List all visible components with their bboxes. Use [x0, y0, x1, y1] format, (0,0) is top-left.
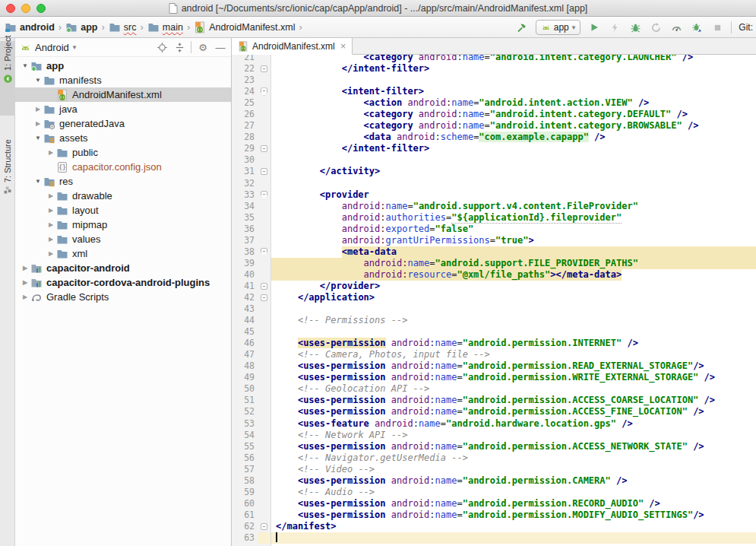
- close-icon[interactable]: ×: [340, 40, 346, 52]
- tree-item-androidmanifest-xml[interactable]: AndroidManifest.xml: [15, 87, 231, 102]
- code-line-59[interactable]: 59 <!-- Audio -->: [232, 487, 756, 498]
- code-line-58[interactable]: 58 <uses-permission android:name="androi…: [232, 475, 756, 487]
- git-widget[interactable]: Git:: [739, 22, 753, 33]
- code-line-63[interactable]: 63: [232, 532, 756, 544]
- breadcrumb-item-src[interactable]: src: [109, 21, 137, 33]
- locate-icon[interactable]: [156, 41, 168, 53]
- code-line-23[interactable]: 23: [232, 75, 756, 86]
- expand-arrow-icon[interactable]: ▶: [20, 279, 30, 286]
- tree-item-capacitor-android[interactable]: ▶capacitor-android: [15, 261, 231, 275]
- tab-androidmanifest[interactable]: AndroidManifest.xml ×: [232, 38, 353, 55]
- code-line-39[interactable]: 39 android:name="android.support.FILE_PR…: [232, 258, 756, 269]
- code-line-25[interactable]: 25 <action android:name="android.intent.…: [232, 97, 756, 109]
- expand-arrow-icon[interactable]: ▼: [33, 135, 43, 141]
- breadcrumb-item-main[interactable]: main: [147, 21, 183, 33]
- attach-debugger-icon[interactable]: [690, 21, 704, 34]
- run-configuration-select[interactable]: app ▾: [536, 20, 581, 35]
- project-view-selector[interactable]: Android: [35, 42, 69, 53]
- code-line-40[interactable]: 40 android:resource="@xml/file_paths"></…: [232, 269, 756, 281]
- code-line-34[interactable]: 34 android:name="android.support.v4.cont…: [232, 201, 756, 212]
- code-line-49[interactable]: 49 <uses-permission android:name="androi…: [232, 372, 756, 383]
- coverage-icon[interactable]: [649, 21, 663, 34]
- tree-item-res[interactable]: ▼res: [15, 174, 231, 189]
- code-line-28[interactable]: 28 <data android:scheme="com.example.cap…: [232, 132, 756, 143]
- expand-arrow-icon[interactable]: ▼: [20, 62, 30, 69]
- fold-marker-icon[interactable]: [258, 143, 271, 154]
- tree-item-public[interactable]: ▶public: [15, 145, 231, 160]
- close-window-icon[interactable]: [6, 4, 15, 13]
- code-editor[interactable]: 21 <category android:name="android.inten…: [232, 55, 756, 546]
- code-line-36[interactable]: 36 android:exported="false": [232, 224, 756, 235]
- hide-icon[interactable]: —: [214, 41, 226, 53]
- tree-item-capacitor-config-json[interactable]: {}capacitor.config.json: [15, 160, 231, 174]
- tree-item-mipmap[interactable]: ▶mipmap: [15, 217, 231, 232]
- tree-item-values[interactable]: ▶values: [15, 232, 231, 246]
- tree-item-drawable[interactable]: ▶drawable: [15, 189, 231, 203]
- fold-marker-icon[interactable]: [258, 521, 271, 532]
- tool-window-button-7-structure[interactable]: 7: Structure: [0, 152, 15, 227]
- tree-item-generatedjava[interactable]: ▶generatedJava: [15, 116, 231, 131]
- breadcrumb-item-app[interactable]: app: [65, 21, 97, 33]
- settings-gear-icon[interactable]: ⚙: [197, 41, 209, 53]
- expand-arrow-icon[interactable]: ▶: [46, 250, 56, 257]
- tree-item-gradle-scripts[interactable]: ▶Gradle Scripts: [15, 290, 231, 304]
- code-line-27[interactable]: 27 <category android:name="android.inten…: [232, 120, 756, 132]
- code-line-50[interactable]: 50 <!-- Geolocation API -->: [232, 383, 756, 395]
- code-line-60[interactable]: 60 <uses-permission android:name="androi…: [232, 498, 756, 509]
- breadcrumb-item-androidmanifest-xml[interactable]: AndroidManifest.xml: [194, 21, 295, 33]
- code-line-24[interactable]: 24 <intent-filter>: [232, 86, 756, 97]
- expand-arrow-icon[interactable]: ▶: [46, 221, 56, 228]
- build-hammer-icon[interactable]: [515, 21, 529, 34]
- tree-item-xml[interactable]: ▶xml: [15, 246, 231, 261]
- code-line-32[interactable]: 32: [232, 178, 756, 189]
- tree-item-capacitor-cordova-android-plugins[interactable]: ▶capacitor-cordova-android-plugins: [15, 275, 231, 290]
- code-line-30[interactable]: 30: [232, 154, 756, 166]
- expand-arrow-icon[interactable]: ▶: [46, 192, 56, 199]
- code-line-22[interactable]: 22 </intent-filter>: [232, 63, 756, 75]
- profiler-icon[interactable]: [669, 21, 683, 34]
- code-line-53[interactable]: 53 <uses-feature android:name="android.h…: [232, 418, 756, 430]
- tree-item-assets[interactable]: ▼assets: [15, 131, 231, 145]
- code-line-62[interactable]: 62</manifest>: [232, 521, 756, 532]
- fold-marker-icon[interactable]: [258, 63, 271, 75]
- expand-arrow-icon[interactable]: ▶: [46, 149, 56, 156]
- collapse-all-icon[interactable]: [173, 41, 185, 53]
- code-line-37[interactable]: 37 android:grantUriPermissions="true">: [232, 235, 756, 246]
- fold-marker-icon[interactable]: [258, 166, 271, 177]
- code-line-46[interactable]: 46 <uses-permission android:name="androi…: [232, 338, 756, 349]
- fold-marker-icon[interactable]: [258, 246, 271, 258]
- tree-item-java[interactable]: ▶java: [15, 102, 231, 116]
- code-line-35[interactable]: 35 android:authorities="${applicationId}…: [232, 212, 756, 224]
- fold-marker-icon[interactable]: [258, 292, 271, 303]
- fold-marker-icon[interactable]: [258, 281, 271, 292]
- code-line-43[interactable]: 43: [232, 303, 756, 315]
- tree-item-layout[interactable]: ▶layout: [15, 203, 231, 217]
- zoom-window-icon[interactable]: [36, 4, 46, 13]
- expand-arrow-icon[interactable]: ▶: [46, 236, 56, 243]
- stop-icon[interactable]: [710, 21, 724, 34]
- expand-arrow-icon[interactable]: ▶: [20, 294, 30, 300]
- tree-item-app[interactable]: ▼app: [15, 59, 231, 73]
- breadcrumb-item-android[interactable]: android: [5, 21, 55, 33]
- code-line-48[interactable]: 48 <uses-permission android:name="androi…: [232, 360, 756, 372]
- code-line-54[interactable]: 54 <!-- Network API -->: [232, 430, 756, 441]
- code-line-29[interactable]: 29 </intent-filter>: [232, 143, 756, 154]
- tool-window-button-1-project[interactable]: 1: Project: [0, 41, 15, 116]
- code-line-55[interactable]: 55 <uses-permission android:name="androi…: [232, 441, 756, 452]
- code-line-56[interactable]: 56 <!-- Navigator.getUserMedia -->: [232, 452, 756, 464]
- code-line-51[interactable]: 51 <uses-permission android:name="androi…: [232, 395, 756, 406]
- tree-item-manifests[interactable]: ▼manifests: [15, 73, 231, 87]
- code-line-26[interactable]: 26 <category android:name="android.inten…: [232, 109, 756, 120]
- code-line-42[interactable]: 42 </application>: [232, 292, 756, 303]
- fold-marker-icon[interactable]: [258, 86, 271, 97]
- code-line-47[interactable]: 47 <!-- Camera, Photos, input file -->: [232, 349, 756, 360]
- code-line-45[interactable]: 45: [232, 326, 756, 338]
- code-line-44[interactable]: 44 <!-- Permissions -->: [232, 315, 756, 326]
- fold-marker-icon[interactable]: [258, 189, 271, 201]
- code-line-52[interactable]: 52 <uses-permission android:name="androi…: [232, 406, 756, 417]
- code-line-57[interactable]: 57 <!-- Video -->: [232, 464, 756, 475]
- code-line-31[interactable]: 31 </activity>: [232, 166, 756, 177]
- code-line-38[interactable]: 38 <meta-data: [232, 246, 756, 258]
- minimize-window-icon[interactable]: [21, 4, 30, 13]
- run-icon[interactable]: [587, 21, 601, 34]
